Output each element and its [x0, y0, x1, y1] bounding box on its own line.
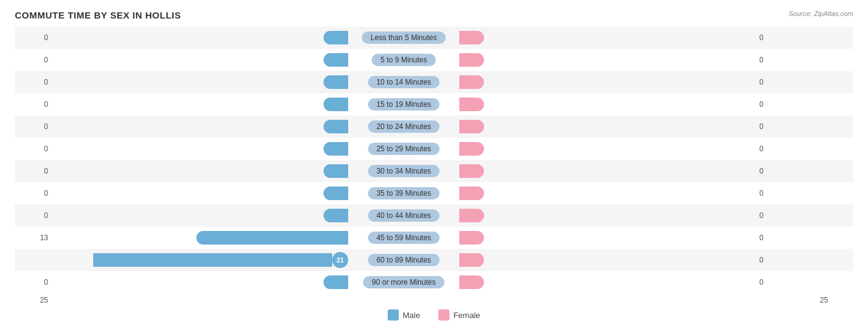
male-value: 0 [15, 100, 52, 109]
male-value: 0 [15, 167, 52, 175]
female-value: 0 [756, 78, 793, 86]
chart-row: 020 to 24 Minutes0 [15, 115, 853, 138]
male-label: Male [403, 311, 420, 320]
chart-row: 21 60 to 89 Minutes0 [15, 249, 853, 271]
male-bar-container [52, 231, 348, 245]
female-value: 0 [756, 167, 793, 175]
row-label: 20 to 24 Minutes [348, 120, 459, 133]
row-label: 10 to 14 Minutes [348, 76, 459, 88]
male-bar-container [52, 75, 348, 89]
male-bar-container [52, 120, 348, 133]
male-value: 0 [15, 145, 52, 153]
axis-left-label: 25 [15, 296, 52, 304]
female-value: 0 [756, 278, 793, 287]
female-bar-container [459, 275, 756, 289]
axis-row: 25 25 [15, 296, 853, 304]
axis-right-label: 25 [816, 296, 853, 304]
female-value: 0 [756, 122, 793, 131]
female-value: 0 [756, 233, 793, 242]
row-label: Less than 5 Minutes [348, 31, 459, 44]
female-label: Female [453, 311, 480, 320]
female-bar-container [459, 120, 756, 133]
chart-row: 025 to 29 Minutes0 [15, 138, 853, 160]
female-bar-container [459, 231, 756, 245]
male-bar-container: 21 [52, 252, 348, 268]
female-swatch [438, 309, 449, 321]
male-value: 0 [15, 33, 52, 42]
male-bar-container [52, 98, 348, 111]
chart-row: 05 to 9 Minutes0 [15, 49, 853, 71]
male-value: 0 [15, 56, 52, 64]
chart-row: 035 to 39 Minutes0 [15, 182, 853, 204]
legend-male: Male [388, 309, 420, 321]
male-bar-container [52, 209, 348, 222]
row-label: 40 to 44 Minutes [348, 209, 459, 222]
chart-row: 015 to 19 Minutes0 [15, 93, 853, 115]
male-bar-container [52, 142, 348, 156]
chart-row: 13 45 to 59 Minutes0 [15, 227, 853, 249]
female-value: 0 [756, 145, 793, 153]
female-value: 0 [756, 56, 793, 64]
female-value: 0 [756, 100, 793, 109]
male-value: 0 [15, 78, 52, 86]
male-bar-container [52, 164, 348, 178]
legend-female: Female [438, 309, 480, 321]
female-bar-container [459, 142, 756, 156]
chart-area: 0Less than 5 Minutes005 to 9 Minutes0010… [15, 27, 853, 293]
female-bar-container [459, 209, 756, 222]
chart-row: 090 or more Minutes0 [15, 271, 853, 293]
male-bar-container [52, 275, 348, 289]
row-label: 15 to 19 Minutes [348, 98, 459, 111]
legend: Male Female [15, 309, 853, 321]
row-label: 60 to 89 Minutes [348, 254, 459, 266]
chart-row: 010 to 14 Minutes0 [15, 71, 853, 93]
female-bar-container [459, 98, 756, 111]
row-label: 90 or more Minutes [348, 276, 459, 288]
female-bar-container [459, 253, 756, 267]
male-value: 0 [15, 189, 52, 198]
row-label: 30 to 34 Minutes [348, 165, 459, 177]
source-label: Source: ZipAtlas.com [788, 10, 853, 17]
female-value: 0 [756, 256, 793, 264]
female-bar-container [459, 187, 756, 200]
row-label: 35 to 39 Minutes [348, 187, 459, 199]
chart-row: 0Less than 5 Minutes0 [15, 27, 853, 49]
male-value: 0 [15, 122, 52, 131]
row-label: 5 to 9 Minutes [348, 54, 459, 66]
chart-row: 030 to 34 Minutes0 [15, 160, 853, 182]
female-bar-container [459, 75, 756, 89]
female-bar-container [459, 164, 756, 178]
male-bar-container [52, 187, 348, 200]
female-value: 0 [756, 189, 793, 198]
chart-title: COMMUTE TIME BY SEX IN HOLLIS [15, 10, 181, 20]
female-bar-container [459, 31, 756, 44]
row-label: 25 to 29 Minutes [348, 143, 459, 155]
male-bar-container [52, 31, 348, 44]
row-label: 45 to 59 Minutes [348, 232, 459, 244]
male-bar-container [52, 53, 348, 67]
male-value: 0 [15, 278, 52, 287]
female-bar-container [459, 53, 756, 67]
male-value: 0 [15, 211, 52, 220]
chart-row: 040 to 44 Minutes0 [15, 204, 853, 227]
female-value: 0 [756, 33, 793, 42]
female-value: 0 [756, 211, 793, 220]
male-swatch [388, 309, 399, 321]
male-value: 13 [15, 233, 52, 242]
